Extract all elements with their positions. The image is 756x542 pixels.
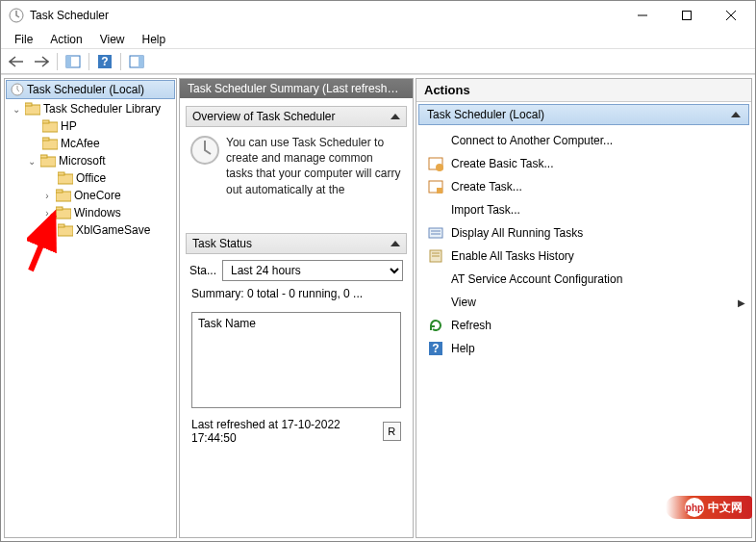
minimize-button[interactable] (620, 1, 665, 30)
action-label: AT Service Account Configuration (451, 272, 622, 286)
help-button[interactable]: ? (93, 51, 116, 72)
action-import-task[interactable]: Import Task... (416, 198, 751, 221)
collapse-icon[interactable] (391, 114, 400, 119)
app-icon (9, 8, 24, 23)
tree-node-windows[interactable]: › Windows (5, 204, 176, 221)
status-row: Sta... Last 24 hours (186, 254, 407, 285)
toolbar: ? (1, 49, 755, 74)
folder-icon (42, 119, 58, 133)
menu-help[interactable]: Help (135, 31, 174, 48)
svg-rect-15 (42, 120, 49, 123)
expander-icon[interactable]: ⌄ (11, 103, 22, 115)
action-label: Connect to Another Computer... (451, 134, 613, 147)
folder-icon (58, 223, 73, 237)
action-label: Create Basic Task... (451, 157, 554, 170)
tree-node-mcafee[interactable]: McAfee (5, 135, 176, 152)
basic-task-icon (428, 156, 443, 171)
titlebar: Task Scheduler (1, 1, 755, 30)
close-button[interactable] (709, 1, 753, 30)
action-label: Create Task... (451, 180, 522, 194)
svg-text:?: ? (101, 55, 108, 68)
blank-icon (428, 295, 443, 310)
action-view[interactable]: View ▶ (416, 291, 751, 314)
create-task-icon (428, 179, 443, 194)
svg-rect-21 (58, 172, 64, 175)
svg-rect-23 (56, 190, 63, 193)
running-tasks-icon (428, 225, 443, 241)
tree-label: XblGameSave (76, 223, 150, 237)
actions-title: Actions (416, 79, 751, 102)
tree-node-microsoft[interactable]: ⌄ Microsoft (5, 152, 176, 169)
action-at-service[interactable]: AT Service Account Configuration (416, 268, 751, 291)
maximize-button[interactable] (665, 1, 709, 30)
summary-footer: Last refreshed at 17-10-2022 17:44:50 R (186, 408, 407, 451)
overview-header[interactable]: Overview of Task Scheduler (186, 106, 407, 127)
action-help[interactable]: ? Help (416, 337, 751, 360)
watermark-badge: php (685, 498, 704, 517)
status-range-select[interactable]: Last 24 hours (222, 260, 403, 281)
action-label: Help (451, 342, 475, 355)
window-controls (620, 1, 753, 30)
tree-node-xblgamesave[interactable]: XblGameSave (5, 221, 176, 239)
menu-action[interactable]: Action (42, 31, 89, 48)
last-refreshed-text: Last refreshed at 17-10-2022 17:44:50 (191, 418, 383, 445)
folder-icon (56, 206, 71, 219)
refresh-button[interactable]: R (383, 422, 401, 441)
actions-panel: Actions Task Scheduler (Local) Connect t… (416, 78, 752, 538)
menu-view[interactable]: View (92, 31, 133, 48)
svg-text:?: ? (432, 342, 439, 355)
folder-icon (25, 102, 40, 116)
task-name-header: Task Name (198, 317, 256, 330)
toolbar-separator (57, 53, 58, 70)
summary-header: Task Scheduler Summary (Last refreshed: … (180, 79, 413, 98)
tree-node-onecore[interactable]: › OneCore (5, 187, 176, 204)
action-create-task[interactable]: Create Task... (416, 175, 751, 198)
action-display-running[interactable]: Display All Running Tasks (416, 221, 751, 245)
tree-root-node[interactable]: Task Scheduler (Local) (6, 80, 175, 99)
forward-button[interactable] (30, 51, 53, 72)
expander-icon[interactable]: › (41, 190, 53, 201)
tree-node-library[interactable]: ⌄ Task Scheduler Library (5, 100, 176, 117)
overview-content: You can use Task Scheduler to create and… (186, 127, 407, 233)
tree-panel[interactable]: Task Scheduler (Local) ⌄ Task Scheduler … (4, 78, 177, 538)
action-label: View (451, 296, 730, 309)
tree-label: Task Scheduler Library (43, 102, 161, 116)
expander-icon[interactable]: ⌄ (26, 155, 38, 167)
svg-rect-32 (437, 188, 442, 194)
summary-panel: Task Scheduler Summary (Last refreshed: … (179, 78, 414, 538)
action-create-basic-task[interactable]: Create Basic Task... (416, 152, 751, 175)
svg-rect-17 (42, 138, 49, 141)
show-hide-tree-button[interactable] (62, 51, 85, 72)
expander-icon[interactable]: › (41, 207, 53, 219)
tree-node-office[interactable]: Office (5, 169, 176, 187)
actions-subheader[interactable]: Task Scheduler (Local) (418, 104, 749, 125)
history-icon (428, 248, 443, 264)
back-button[interactable] (5, 51, 28, 72)
svg-rect-25 (56, 207, 63, 210)
blank-icon (428, 271, 443, 287)
collapse-icon[interactable] (391, 241, 400, 246)
svg-rect-33 (429, 228, 442, 238)
action-refresh[interactable]: Refresh (416, 314, 751, 337)
task-status-header[interactable]: Task Status (186, 233, 407, 254)
action-enable-history[interactable]: Enable All Tasks History (416, 245, 751, 268)
task-name-list[interactable]: Task Name (191, 312, 401, 408)
tree-root-label: Task Scheduler (Local) (27, 83, 144, 96)
collapse-icon[interactable] (731, 112, 741, 117)
blank-icon (428, 133, 443, 148)
watermark-text: 中文网 (708, 500, 743, 516)
action-connect-computer[interactable]: Connect to Another Computer... (416, 129, 751, 152)
chevron-right-icon: ▶ (738, 297, 745, 308)
action-label: Import Task... (451, 203, 520, 217)
folder-icon (58, 171, 73, 185)
show-hide-action-button[interactable] (125, 51, 148, 72)
menu-file[interactable]: File (7, 31, 40, 48)
blank-icon (428, 202, 443, 218)
tree-node-hp[interactable]: HP (5, 117, 176, 135)
svg-rect-27 (58, 224, 64, 227)
action-label: Display All Running Tasks (451, 226, 583, 240)
svg-rect-10 (139, 56, 143, 67)
task-status-title: Task Status (192, 237, 252, 250)
summary-line: Summary: 0 total - 0 running, 0 ... (186, 285, 407, 306)
svg-point-30 (436, 164, 443, 171)
